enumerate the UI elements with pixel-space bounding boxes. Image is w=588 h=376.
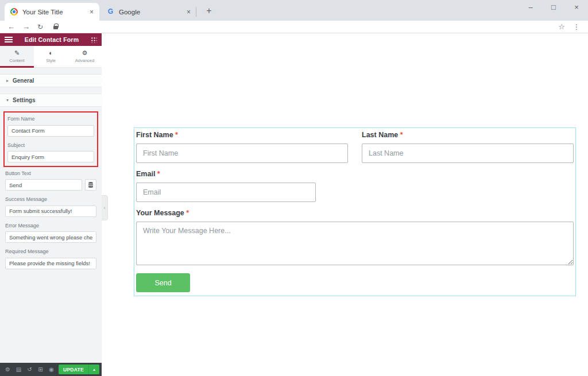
reload-icon[interactable]: ↻: [37, 21, 43, 33]
subject-label: Subject: [7, 142, 94, 148]
section-settings[interactable]: ▾ Settings: [0, 94, 102, 107]
form-name-input[interactable]: [7, 125, 94, 137]
required-message-field: Required Message: [5, 249, 96, 269]
message-label: Your Message *: [136, 209, 574, 217]
last-name-label: Last Name *: [362, 131, 574, 139]
database-icon: [88, 182, 93, 188]
browser-menu-icon[interactable]: ⋮: [573, 21, 580, 33]
widgets-grid-icon[interactable]: [91, 37, 97, 43]
elementor-panel: Edit Contact Form ✎ Content ◐ Style ⚙ Ad…: [0, 33, 102, 376]
history-icon[interactable]: ↺: [24, 363, 35, 376]
success-message-field: Success Message: [5, 196, 96, 217]
send-button[interactable]: Send: [136, 273, 190, 292]
success-message-input[interactable]: [5, 206, 96, 217]
panel-tabs: ✎ Content ◐ Style ⚙ Advanced: [0, 46, 102, 68]
tab-advanced[interactable]: ⚙ Advanced: [68, 46, 102, 67]
contact-form-preview[interactable]: First Name * Last Name * Email * Your Me…: [134, 127, 576, 296]
required-mark: *: [186, 209, 189, 217]
panel-collapse-handle[interactable]: ‹: [102, 195, 108, 220]
chevron-left-icon: ‹: [104, 205, 106, 211]
chevron-right-icon: ▸: [6, 78, 9, 83]
maximize-button[interactable]: □: [542, 0, 565, 17]
error-message-field: Error Message: [5, 223, 96, 243]
button-text-label: Button Text: [5, 170, 96, 176]
close-button[interactable]: ×: [565, 0, 588, 17]
hamburger-menu-icon[interactable]: [5, 37, 13, 38]
email-label: Email *: [136, 170, 574, 178]
panel-header: Edit Contact Form: [0, 33, 102, 46]
first-name-input[interactable]: [136, 144, 348, 163]
back-icon[interactable]: ←: [7, 21, 15, 33]
form-name-field: Form Name: [7, 116, 94, 137]
message-textarea[interactable]: [136, 222, 574, 265]
subject-input[interactable]: [7, 151, 94, 162]
browser-window: { "browser": { "tabs": [ { "title": "You…: [0, 0, 588, 376]
required-mark: *: [157, 170, 160, 178]
tab-close-icon[interactable]: ×: [90, 8, 94, 16]
tab-content[interactable]: ✎ Content: [0, 46, 34, 67]
pencil-icon: ✎: [0, 49, 34, 57]
success-message-label: Success Message: [5, 196, 96, 202]
browser-toolbar: ← → ↻ ☆ ⋮: [0, 21, 588, 33]
required-mark: *: [175, 131, 178, 139]
new-tab-button[interactable]: +: [202, 4, 216, 18]
contrast-icon: ◐: [34, 49, 68, 57]
section-general[interactable]: ▸ General: [0, 74, 102, 87]
google-favicon-icon: G: [107, 8, 114, 15]
browser-tab-site[interactable]: Your Site Title ×: [5, 3, 99, 21]
gear-icon: ⚙: [68, 49, 102, 57]
address-bar[interactable]: [58, 22, 558, 32]
first-name-group: First Name *: [136, 130, 348, 163]
page-canvas: First Name * Last Name * Email * Your Me…: [102, 33, 588, 376]
required-mark: *: [400, 131, 403, 139]
required-message-input[interactable]: [5, 258, 96, 269]
button-text-input[interactable]: [5, 179, 82, 191]
browser-tab-strip: Your Site Title × G Google × + – □ ×: [0, 0, 588, 21]
lock-icon: [53, 26, 58, 29]
error-message-label: Error Message: [5, 223, 96, 228]
update-button[interactable]: UPDATE: [59, 365, 88, 374]
panel-footer: ⚙ ▤ ↺ ⊞ ◉ UPDATE ▲: [0, 363, 102, 376]
last-name-input[interactable]: [362, 144, 574, 163]
site-favicon-icon: [10, 8, 18, 15]
settings-controls: Form Name Subject Button Text S: [0, 107, 102, 269]
first-name-label: First Name *: [136, 131, 348, 139]
responsive-mode-icon[interactable]: ⊞: [35, 363, 46, 376]
message-group: Your Message *: [136, 209, 574, 268]
subject-field: Subject: [7, 142, 94, 163]
error-message-input[interactable]: [5, 231, 96, 243]
button-text-field: Button Text: [5, 170, 96, 191]
navigator-icon[interactable]: ▤: [13, 363, 24, 376]
panel-title: Edit Contact Form: [13, 36, 91, 43]
browser-tab-google[interactable]: G Google ×: [101, 3, 196, 21]
email-input[interactable]: [136, 183, 316, 202]
last-name-group: Last Name *: [362, 130, 574, 163]
forward-icon[interactable]: →: [22, 21, 30, 33]
bookmark-star-icon[interactable]: ☆: [558, 21, 565, 33]
preview-eye-icon[interactable]: ◉: [46, 363, 57, 376]
chevron-down-icon: ▾: [6, 98, 9, 103]
window-controls: – □ ×: [519, 0, 588, 17]
tab-style[interactable]: ◐ Style: [34, 46, 68, 67]
tab-title: Your Site Title: [22, 9, 86, 15]
settings-gear-icon[interactable]: ⚙: [2, 363, 13, 376]
update-options-caret[interactable]: ▲: [88, 365, 99, 374]
tab-close-icon[interactable]: ×: [187, 8, 191, 16]
highlight-annotation-box: Form Name Subject: [3, 111, 98, 167]
form-name-label: Form Name: [7, 116, 94, 122]
panel-body: ▸ General ▾ Settings Form Name Subject B…: [0, 68, 102, 363]
tab-title: Google: [119, 9, 183, 15]
email-group: Email *: [136, 170, 574, 202]
dynamic-tags-button[interactable]: [85, 179, 96, 191]
required-message-label: Required Message: [5, 249, 96, 254]
minimize-button[interactable]: –: [519, 0, 542, 17]
